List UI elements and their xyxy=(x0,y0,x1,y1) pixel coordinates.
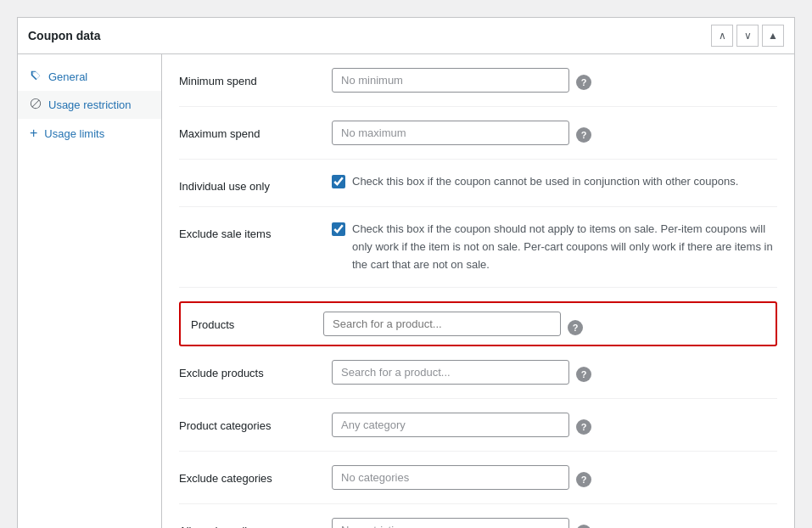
products-inner: Products ? xyxy=(191,312,765,336)
main-content: Minimum spend ? Maximum spend ? Individu… xyxy=(162,54,794,528)
product-categories-row: Product categories ? xyxy=(179,413,777,452)
exclude-categories-row: Exclude categories ? xyxy=(179,465,777,504)
panel-expand-button[interactable]: ▲ xyxy=(762,25,784,47)
product-categories-field: ? xyxy=(332,413,777,437)
minimum-spend-field: ? xyxy=(332,68,777,93)
exclude-sale-label: Exclude sale items xyxy=(179,221,332,240)
allowed-emails-row: Allowed emails ? xyxy=(179,518,777,528)
exclude-categories-field: ? xyxy=(332,465,777,490)
sidebar-item-usage-restriction[interactable]: Usage restriction xyxy=(18,91,161,119)
exclude-sale-field: Check this box if the coupon should not … xyxy=(332,221,777,273)
exclude-categories-label: Exclude categories xyxy=(179,465,332,485)
exclude-products-row: Exclude products ? xyxy=(179,360,777,399)
minimum-spend-help-icon[interactable]: ? xyxy=(576,75,591,90)
allowed-emails-field: ? xyxy=(332,518,777,528)
exclude-sale-checkbox[interactable] xyxy=(332,222,345,236)
maximum-spend-row: Maximum spend ? xyxy=(179,121,777,160)
exclude-categories-input[interactable] xyxy=(332,465,569,490)
products-label: Products xyxy=(191,312,323,331)
exclude-sale-row: Exclude sale items Check this box if the… xyxy=(179,221,777,288)
individual-use-field: Check this box if the coupon cannot be u… xyxy=(332,173,777,190)
exclude-products-input[interactable] xyxy=(332,360,569,385)
sidebar-item-general[interactable]: General xyxy=(18,63,161,91)
plus-icon: + xyxy=(30,126,37,141)
exclude-sale-description: Check this box if the coupon should not … xyxy=(352,221,777,273)
panel-title: Coupon data xyxy=(28,29,101,42)
panel-body: General Usage restriction + Usage limits… xyxy=(18,54,794,528)
sidebar-item-general-label: General xyxy=(48,70,87,83)
minimum-spend-row: Minimum spend ? xyxy=(179,68,777,107)
allowed-emails-help-icon[interactable]: ? xyxy=(576,525,591,528)
individual-use-row: Individual use only Check this box if th… xyxy=(179,173,777,207)
product-categories-help-icon[interactable]: ? xyxy=(576,419,591,435)
minimum-spend-label: Minimum spend xyxy=(179,68,332,87)
allowed-emails-input[interactable] xyxy=(332,518,569,528)
sidebar-item-usage-limits-label: Usage limits xyxy=(44,127,104,140)
maximum-spend-help-icon[interactable]: ? xyxy=(576,127,591,143)
tag-icon xyxy=(30,70,42,84)
allowed-emails-label: Allowed emails xyxy=(179,518,332,528)
panel-header: Coupon data ∧ ∨ ▲ xyxy=(18,18,794,54)
product-categories-input[interactable] xyxy=(332,413,569,437)
panel-collapse-down-button[interactable]: ∨ xyxy=(736,25,759,47)
sidebar: General Usage restriction + Usage limits xyxy=(18,54,162,528)
products-search-input[interactable] xyxy=(323,312,561,336)
individual-use-description: Check this box if the coupon cannot be u… xyxy=(352,173,738,190)
coupon-data-panel: Coupon data ∧ ∨ ▲ General xyxy=(17,17,795,528)
exclude-sale-checkbox-row: Check this box if the coupon should not … xyxy=(332,221,777,273)
panel-controls: ∧ ∨ ▲ xyxy=(711,25,784,47)
ban-icon xyxy=(30,98,42,112)
maximum-spend-label: Maximum spend xyxy=(179,121,332,140)
individual-use-checkbox[interactable] xyxy=(332,175,345,188)
product-categories-label: Product categories xyxy=(179,413,332,432)
sidebar-item-usage-limits[interactable]: + Usage limits xyxy=(18,119,161,148)
products-field: ? xyxy=(323,312,765,336)
individual-use-label: Individual use only xyxy=(179,173,332,193)
maximum-spend-input[interactable] xyxy=(332,121,569,145)
sidebar-item-usage-restriction-label: Usage restriction xyxy=(48,98,132,111)
individual-use-checkbox-row: Check this box if the coupon cannot be u… xyxy=(332,173,738,190)
exclude-categories-help-icon[interactable]: ? xyxy=(576,472,591,487)
minimum-spend-input[interactable] xyxy=(332,68,569,93)
products-help-icon[interactable]: ? xyxy=(568,320,583,335)
exclude-products-field: ? xyxy=(332,360,777,385)
maximum-spend-field: ? xyxy=(332,121,777,145)
panel-collapse-up-button[interactable]: ∧ xyxy=(711,25,733,47)
exclude-products-label: Exclude products xyxy=(179,360,332,379)
products-highlighted-row: Products ? xyxy=(179,301,777,346)
exclude-products-help-icon[interactable]: ? xyxy=(576,367,591,382)
